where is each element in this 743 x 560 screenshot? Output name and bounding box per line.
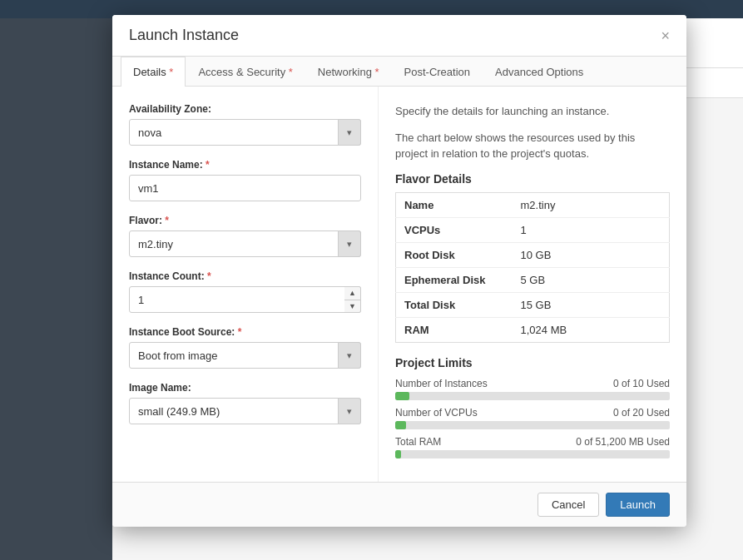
instance-count-down[interactable]: ▼ xyxy=(344,300,360,313)
limit-usage: 0 of 51,200 MB Used xyxy=(576,436,670,448)
availability-zone-group: Availability Zone: nova ▾ xyxy=(129,103,361,146)
limit-row-2: Total RAM 0 of 51,200 MB Used xyxy=(395,436,670,458)
image-name-select[interactable]: small (249.9 MB) xyxy=(129,398,361,424)
flavor-value: 1,024 MB xyxy=(513,317,670,342)
boot-source-select[interactable]: Boot from image xyxy=(129,342,361,369)
availability-zone-select[interactable]: nova xyxy=(129,119,361,146)
instance-count-label: Instance Count: * xyxy=(129,270,361,282)
tab-access-security[interactable]: Access & Security * xyxy=(186,57,305,87)
tab-details[interactable]: Details * xyxy=(121,57,186,87)
flavor-key: Total Disk xyxy=(396,292,513,317)
image-name-group: Image Name: small (249.9 MB) ▾ xyxy=(129,382,361,424)
progress-bar-bg xyxy=(395,450,670,458)
limit-row-1: Number of VCPUs 0 of 20 Used xyxy=(395,407,670,429)
modal-footer: Cancel Launch xyxy=(112,482,686,527)
launch-button[interactable]: Launch xyxy=(606,493,670,517)
instance-name-label: Instance Name: * xyxy=(129,159,361,171)
flavor-value: m2.tiny xyxy=(513,192,670,217)
limit-usage: 0 of 10 Used xyxy=(613,378,670,389)
flavor-select[interactable]: m2.tiny xyxy=(129,230,361,257)
flavor-details-title: Flavor Details xyxy=(395,172,670,186)
instance-name-input[interactable] xyxy=(129,175,361,201)
project-limits-container: Number of Instances 0 of 10 Used Number … xyxy=(395,378,670,458)
modal-title: Launch Instance xyxy=(129,27,239,44)
tab-advanced-options[interactable]: Advanced Options xyxy=(483,57,596,87)
flavor-table-row: Total Disk15 GB xyxy=(396,292,670,317)
limit-usage: 0 of 20 Used xyxy=(613,407,670,419)
progress-bar-bg xyxy=(395,421,670,429)
boot-source-label: Instance Boot Source: * xyxy=(129,326,361,338)
flavor-value: 1 xyxy=(513,217,670,242)
progress-bar-fill xyxy=(395,392,409,400)
desc-2: The chart below shows the resources used… xyxy=(395,130,670,162)
limit-label: Number of VCPUs xyxy=(395,407,478,419)
image-name-label: Image Name: xyxy=(129,382,361,394)
modal-close-button[interactable]: × xyxy=(661,28,670,43)
flavor-table-row: Root Disk10 GB xyxy=(396,242,670,267)
progress-bar-fill xyxy=(395,421,406,429)
tab-post-creation[interactable]: Post-Creation xyxy=(392,57,483,87)
flavor-key: Ephemeral Disk xyxy=(396,267,513,292)
flavor-table-row: RAM1,024 MB xyxy=(396,317,670,342)
limit-label: Number of Instances xyxy=(395,378,488,389)
flavor-key: Name xyxy=(396,192,513,217)
flavor-value: 5 GB xyxy=(513,267,670,292)
flavor-value: 10 GB xyxy=(513,242,670,267)
launch-instance-modal: Launch Instance × Details * Access & Sec… xyxy=(112,15,686,527)
tab-networking[interactable]: Networking * xyxy=(305,57,392,87)
progress-bar-bg xyxy=(395,392,670,400)
flavor-key: RAM xyxy=(396,317,513,342)
flavor-table-row: Namem2.tiny xyxy=(396,192,670,217)
desc-1: Specify the details for launching an ins… xyxy=(395,103,670,120)
modal-tab-bar: Details * Access & Security * Networking… xyxy=(112,57,686,87)
flavor-group: Flavor: * m2.tiny ▾ xyxy=(129,215,361,257)
instance-count-up[interactable]: ▲ xyxy=(344,287,360,300)
limit-row-0: Number of Instances 0 of 10 Used xyxy=(395,378,670,400)
instance-name-group: Instance Name: * xyxy=(129,159,361,201)
flavor-key: Root Disk xyxy=(396,242,513,267)
flavor-label: Flavor: * xyxy=(129,215,361,226)
progress-bar-fill xyxy=(395,450,401,458)
instance-count-input[interactable] xyxy=(129,286,361,313)
flavor-table: Namem2.tinyVCPUs1Root Disk10 GBEphemeral… xyxy=(395,192,670,343)
modal-info-panel: Specify the details for launching an ins… xyxy=(379,87,686,482)
cancel-button[interactable]: Cancel xyxy=(537,493,599,517)
availability-zone-label: Availability Zone: xyxy=(129,103,361,115)
project-limits-title: Project Limits xyxy=(395,356,670,369)
limit-label: Total RAM xyxy=(395,436,441,448)
flavor-key: VCPUs xyxy=(396,217,513,242)
modal-form-panel: Availability Zone: nova ▾ Instance Name:… xyxy=(112,87,379,482)
flavor-value: 15 GB xyxy=(513,292,670,317)
flavor-table-row: VCPUs1 xyxy=(396,217,670,242)
instance-count-group: Instance Count: * ▲ ▼ xyxy=(129,270,361,313)
boot-source-group: Instance Boot Source: * Boot from image … xyxy=(129,326,361,369)
instance-count-spinner: ▲ ▼ xyxy=(344,286,361,313)
flavor-table-row: Ephemeral Disk5 GB xyxy=(396,267,670,292)
